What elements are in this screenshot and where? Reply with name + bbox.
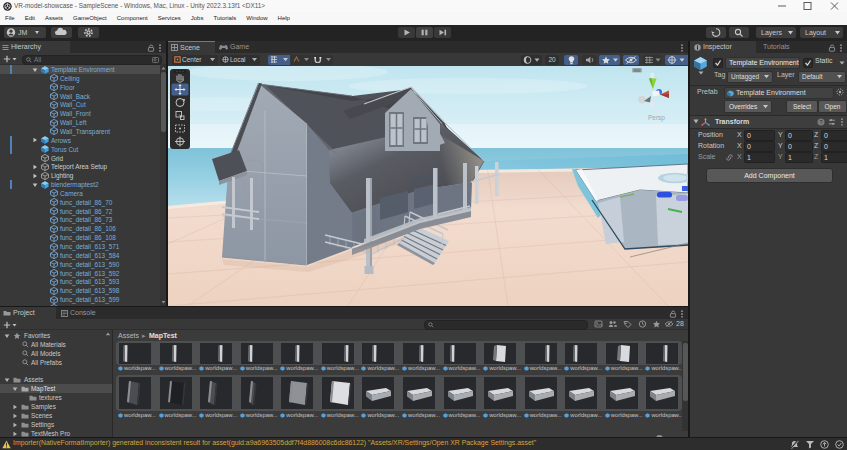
- svg-text:Persp: Persp: [648, 114, 665, 122]
- svg-text:JM: JM: [18, 29, 28, 36]
- svg-text:?: ?: [819, 119, 822, 125]
